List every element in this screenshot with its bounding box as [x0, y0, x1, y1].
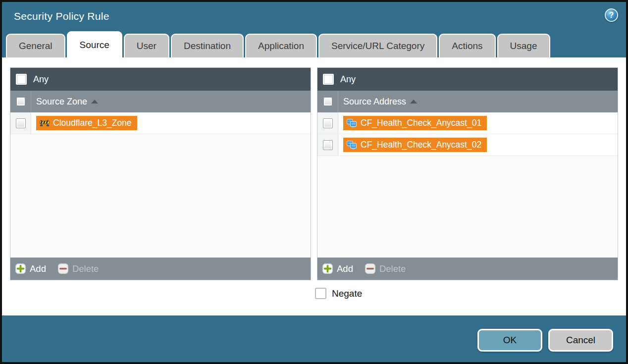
select-all-cell [317, 91, 338, 112]
add-icon [322, 263, 333, 274]
row-checkbox[interactable] [323, 118, 333, 128]
delete-icon [365, 263, 375, 274]
delete-label: Delete [379, 263, 406, 274]
tab-actions[interactable]: Actions [439, 34, 495, 57]
source-zone-panel: Any Source Zone [10, 67, 311, 280]
ok-button[interactable]: OK [477, 329, 542, 352]
dialog-title: Security Policy Rule [14, 10, 109, 22]
any-label: Any [33, 74, 49, 85]
row-checkbox-cell [317, 112, 338, 134]
add-label: Add [337, 263, 353, 274]
dialog-buttonbar: OK Cancel [2, 315, 626, 362]
source-address-footer: Add Delete [317, 258, 618, 280]
add-label: Add [30, 263, 46, 274]
address-icon [347, 141, 357, 150]
row-content: CF_Health_Check_Anycast_01 [338, 116, 487, 130]
object-label: Cloudflare_L3_Zone [53, 118, 132, 128]
add-button[interactable]: Add [15, 263, 46, 274]
source-address-any-header: Any [317, 68, 618, 91]
tab-general[interactable]: General [6, 34, 65, 57]
negate-row: Negate [315, 288, 618, 299]
tab-application[interactable]: Application [245, 34, 317, 57]
any-label: Any [340, 74, 356, 85]
tab-label: Usage [510, 41, 537, 52]
object-label: CF_Health_Check_Anycast_01 [361, 118, 481, 128]
source-panels: Any Source Zone [10, 67, 618, 280]
add-button[interactable]: Add [322, 263, 353, 274]
tab-label: User [137, 41, 157, 52]
object-chip[interactable]: Cloudflare_L3_Zone [36, 116, 137, 130]
row-checkbox-cell [10, 112, 31, 134]
negate-label: Negate [332, 288, 362, 299]
any-checkbox[interactable] [323, 74, 334, 85]
tab-label: General [19, 41, 52, 52]
source-zone-footer: Add Delete [10, 258, 311, 280]
select-all-checkbox[interactable] [16, 97, 25, 106]
row-checkbox[interactable] [16, 118, 26, 128]
negate-checkbox[interactable] [315, 288, 326, 299]
delete-button[interactable]: Delete [365, 263, 406, 274]
delete-icon [58, 263, 68, 274]
dialog-titlebar: Security Policy Rule ? [2, 2, 626, 31]
source-zone-column-header[interactable]: Source Zone [10, 91, 311, 112]
list-item[interactable]: CF_Health_Check_Anycast_01 [317, 112, 618, 134]
list-item[interactable]: CF_Health_Check_Anycast_02 [317, 134, 618, 156]
help-icon[interactable]: ? [605, 8, 618, 22]
list-item[interactable]: Cloudflare_L3_Zone [10, 112, 311, 134]
cancel-button[interactable]: Cancel [548, 329, 613, 352]
row-checkbox[interactable] [323, 140, 333, 150]
sort-asc-icon [410, 100, 417, 104]
tab-bar: GeneralSourceUserDestinationApplicationS… [2, 31, 626, 57]
row-content: CF_Health_Check_Anycast_02 [338, 138, 487, 152]
object-chip[interactable]: CF_Health_Check_Anycast_01 [343, 116, 487, 130]
dialog-content: Any Source Zone [2, 57, 626, 315]
tab-source[interactable]: Source [67, 31, 122, 57]
source-address-column-header[interactable]: Source Address [317, 91, 618, 112]
source-zone-list: Cloudflare_L3_Zone [10, 112, 311, 258]
source-address-list: CF_Health_Check_Anycast_01 CF_Health_Che… [317, 112, 618, 258]
tab-label: Application [258, 41, 304, 52]
any-checkbox[interactable] [16, 74, 27, 85]
zone-icon [40, 119, 50, 127]
column-header-label: Source Zone [36, 97, 87, 107]
tab-service-url-category[interactable]: Service/URL Category [318, 34, 437, 57]
tab-destination[interactable]: Destination [171, 34, 244, 57]
source-address-panel: Any Source Address CF_ [317, 67, 618, 280]
row-content: Cloudflare_L3_Zone [31, 116, 137, 130]
column-header-label: Source Address [343, 97, 406, 107]
tab-user[interactable]: User [124, 34, 169, 57]
select-all-checkbox[interactable] [323, 97, 332, 106]
tab-label: Destination [184, 41, 231, 52]
object-chip[interactable]: CF_Health_Check_Anycast_02 [343, 138, 487, 152]
row-checkbox-cell [317, 134, 338, 156]
delete-button[interactable]: Delete [58, 263, 99, 274]
select-all-cell [10, 91, 31, 112]
object-label: CF_Health_Check_Anycast_02 [361, 140, 481, 150]
security-policy-rule-dialog: Security Policy Rule ? GeneralSourceUser… [0, 0, 628, 364]
address-icon [347, 119, 357, 128]
tab-label: Service/URL Category [331, 41, 424, 52]
source-zone-any-header: Any [10, 68, 311, 91]
tab-label: Actions [452, 41, 482, 52]
tab-label: Source [80, 40, 109, 51]
sort-asc-icon [91, 100, 98, 104]
tab-usage[interactable]: Usage [497, 34, 550, 57]
add-icon [15, 263, 26, 274]
delete-label: Delete [72, 263, 99, 274]
